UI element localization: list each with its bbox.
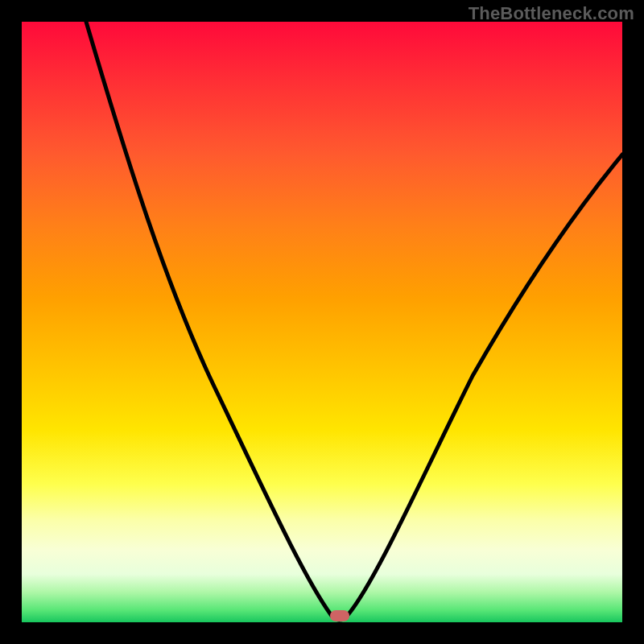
bottleneck-curve bbox=[22, 22, 622, 622]
watermark-text: TheBottleneck.com bbox=[469, 3, 634, 24]
curve-path bbox=[86, 22, 622, 620]
chart-frame: TheBottleneck.com bbox=[0, 0, 644, 644]
plot-area bbox=[22, 22, 622, 622]
optimal-marker bbox=[330, 610, 349, 621]
